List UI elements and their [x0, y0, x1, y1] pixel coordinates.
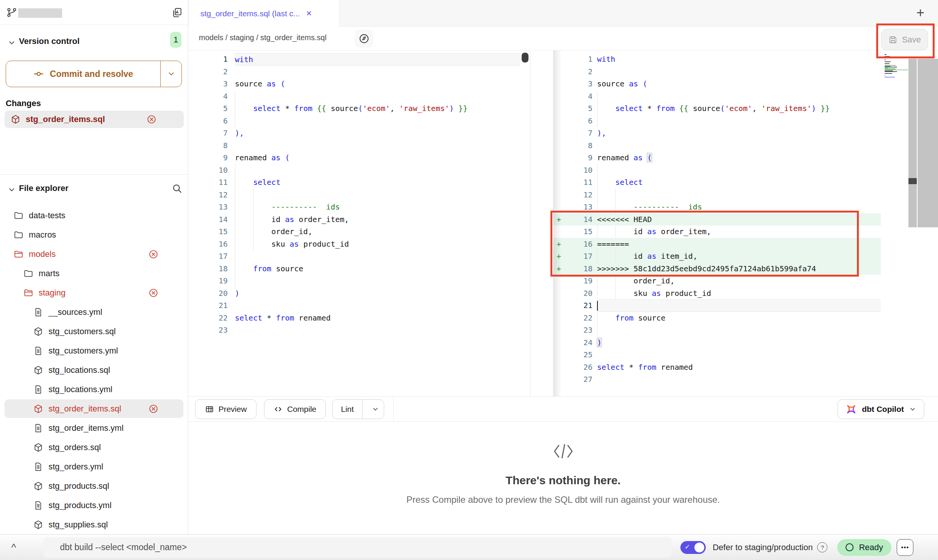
code-line[interactable]: 26select * from renamed	[553, 361, 881, 374]
code-line[interactable]: 10	[188, 164, 520, 177]
file-row[interactable]: stg_customers.sql	[0, 322, 188, 341]
code-line[interactable]: 9renamed as (	[188, 152, 520, 164]
code-line[interactable]: 2	[188, 66, 520, 78]
code-line[interactable]: 11 select	[553, 176, 881, 189]
dbt-copilot-button[interactable]: dbt Copilot	[838, 399, 924, 419]
code-line[interactable]: 19	[188, 275, 520, 287]
code-line[interactable]: 22select * from renamed	[188, 312, 520, 324]
file-row[interactable]: stg_order_items.sql	[0, 399, 188, 418]
chevron-down-icon[interactable]	[8, 39, 16, 47]
left-pane-scrollbar-thumb[interactable]	[522, 53, 528, 63]
tab-stg-order-items[interactable]: stg_order_items.sql (last c... ✕	[189, 0, 340, 27]
code-line[interactable]: 3source as (	[188, 78, 520, 90]
code-line[interactable]: 22 from source	[553, 312, 881, 324]
commit-and-resolve-button[interactable]: Commit and resolve	[6, 61, 182, 87]
code-line[interactable]: +18>>>>>>> 58c1dd23d5eebd9cd2495fa7124ab…	[553, 263, 881, 275]
editor-scrollbar-track[interactable]	[908, 59, 917, 227]
code-line[interactable]: 8	[553, 139, 881, 152]
lint-options-caret[interactable]	[367, 400, 384, 419]
code-line[interactable]: 14 id as order_item,	[188, 213, 520, 226]
code-line[interactable]: 6	[553, 115, 881, 127]
editor-scrollbar-thumb[interactable]	[908, 178, 917, 184]
code-line[interactable]: +17 id as item_id,	[553, 250, 881, 263]
code-line[interactable]: 13 ---------- ids	[188, 201, 520, 213]
save-button[interactable]: Save	[881, 29, 928, 50]
file-row[interactable]: stg_orders.sql	[0, 438, 188, 457]
code-line[interactable]: 12	[188, 189, 520, 201]
code-line[interactable]: 16 sku as product_id	[188, 238, 520, 250]
code-line[interactable]: 5 select * from {{ source('ecom', 'raw_i…	[553, 102, 881, 115]
file-row[interactable]: stg_locations.yml	[0, 380, 188, 399]
code-line[interactable]: 18 from source	[188, 263, 520, 275]
file-row[interactable]: __sources.yml	[0, 302, 188, 322]
compile-button[interactable]: Compile	[264, 399, 326, 419]
code-line[interactable]: 9renamed as (	[553, 152, 881, 164]
file-row[interactable]: marts	[0, 264, 188, 283]
changed-file-item[interactable]: stg_order_items.sql	[5, 111, 184, 128]
file-row[interactable]: stg_locations.sql	[0, 360, 188, 380]
version-control-header[interactable]: Version control 1	[0, 30, 188, 55]
discard-change-icon[interactable]	[147, 114, 156, 124]
code-line[interactable]: 1with	[553, 53, 881, 66]
code-line[interactable]: 20)	[188, 287, 520, 300]
conflict-x-icon[interactable]	[149, 404, 158, 414]
code-line[interactable]: 13 ---------- ids	[553, 201, 881, 213]
commit-options-caret[interactable]	[161, 61, 181, 87]
window-scrollbar-track[interactable]	[918, 59, 938, 227]
code-line[interactable]: 19 order_id,	[553, 275, 881, 287]
code-line[interactable]: 3source as (	[553, 78, 881, 90]
code-line[interactable]: 10	[553, 164, 881, 177]
code-line[interactable]: 2	[553, 66, 881, 78]
code-line[interactable]: 27	[553, 373, 881, 386]
code-line[interactable]: 15 id as order_item,	[553, 225, 881, 238]
command-input[interactable]	[43, 537, 672, 558]
code-line[interactable]: +14<<<<<<< HEAD	[553, 213, 881, 226]
code-line[interactable]: 23	[188, 324, 520, 336]
search-icon[interactable]	[171, 183, 183, 194]
code-line[interactable]: 7),	[188, 127, 520, 139]
help-icon[interactable]: ?	[817, 542, 827, 552]
more-options-button[interactable]: •••	[897, 539, 913, 556]
file-row[interactable]: stg_order_items.yml	[0, 418, 188, 438]
code-line[interactable]: 4	[188, 90, 520, 103]
code-line[interactable]: 20 sku as product_id	[553, 287, 881, 300]
code-line[interactable]: 21	[188, 299, 520, 312]
expand-command-bar-icon[interactable]: ^	[11, 544, 16, 551]
defer-toggle[interactable]: ✓	[680, 541, 706, 554]
file-row[interactable]: stg_products.sql	[0, 476, 188, 496]
code-line[interactable]: 7),	[553, 127, 881, 139]
chevron-down-icon[interactable]	[8, 186, 16, 194]
file-row[interactable]: stg_customers.yml	[0, 341, 188, 360]
code-line[interactable]: 5 select * from {{ source('ecom', 'raw_i…	[188, 102, 520, 115]
file-row[interactable]: stg_supplies.sql	[0, 515, 188, 534]
conflict-x-icon[interactable]	[149, 288, 158, 298]
code-line[interactable]: 17	[188, 250, 520, 263]
file-row[interactable]: stg_orders.yml	[0, 457, 188, 476]
diff-pane-original[interactable]: 1with23source as (45 select * from {{ so…	[188, 50, 530, 396]
diff-pane-modified[interactable]: 1with23source as (45 select * from {{ so…	[553, 50, 938, 396]
code-line[interactable]: 23	[553, 324, 881, 336]
lint-button[interactable]: Lint	[333, 400, 363, 419]
file-row[interactable]: stg_products.yml	[0, 496, 188, 515]
close-icon[interactable]: ✕	[306, 9, 312, 18]
file-row[interactable]: models	[0, 244, 188, 264]
code-line[interactable]: 11 select	[188, 176, 520, 189]
conflict-x-icon[interactable]	[149, 249, 158, 259]
file-explorer-header[interactable]: File explorer	[0, 180, 188, 201]
new-tab-plus-icon[interactable]: +	[916, 6, 924, 20]
preview-button[interactable]: Preview	[195, 399, 256, 419]
code-line[interactable]: +16=======	[553, 238, 881, 250]
code-line[interactable]: 12	[553, 189, 881, 201]
file-row[interactable]: staging	[0, 283, 188, 302]
code-line[interactable]: 4	[553, 90, 881, 103]
code-line[interactable]: 6	[188, 115, 520, 127]
code-line[interactable]: 8	[188, 139, 520, 152]
copy-icon[interactable]	[171, 7, 183, 18]
lint-split-button[interactable]: Lint	[332, 399, 384, 419]
lineage-button[interactable]	[355, 30, 373, 48]
file-row[interactable]: data-tests	[0, 206, 188, 225]
code-line[interactable]: 21	[553, 299, 881, 312]
code-line[interactable]: 25	[553, 349, 881, 361]
minimap[interactable]	[885, 54, 908, 79]
code-line[interactable]: 15 order_id,	[188, 225, 520, 238]
